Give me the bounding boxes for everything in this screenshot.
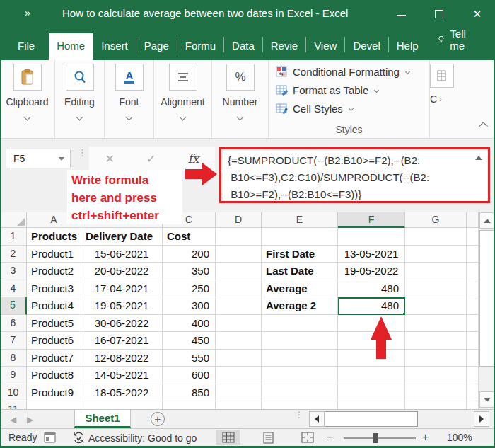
- number-group-button[interactable]: % Number: [212, 60, 269, 138]
- cell-B9[interactable]: 14-05-2021: [81, 367, 163, 384]
- cell-A5[interactable]: Product4: [27, 297, 81, 315]
- cell-B8[interactable]: 12-08-2022: [81, 350, 163, 367]
- format-as-table-button[interactable]: Format as Table: [276, 84, 429, 96]
- editing-group-button[interactable]: Editing: [55, 60, 105, 138]
- tab-help[interactable]: Help: [389, 33, 426, 60]
- vertical-scrollbar-thumb[interactable]: [479, 230, 495, 367]
- cell-G8[interactable]: [405, 350, 467, 367]
- cell-B7[interactable]: 16-07-2021: [81, 332, 163, 350]
- cell-G10[interactable]: [405, 384, 467, 402]
- tab-revie[interactable]: Revie: [263, 33, 305, 60]
- cell-A4[interactable]: Product3: [27, 280, 81, 298]
- collapse-ribbon-button[interactable]: [480, 120, 487, 132]
- vertical-scrollbar[interactable]: [479, 212, 495, 409]
- cell-G1[interactable]: [405, 228, 467, 246]
- cell-B2[interactable]: 15-06-2021: [81, 246, 163, 263]
- scroll-up-button[interactable]: [479, 212, 495, 229]
- select-all-corner[interactable]: [0, 212, 27, 228]
- cells-group-partial[interactable]: C›: [430, 60, 462, 138]
- scroll-down-button[interactable]: [479, 391, 495, 408]
- cell-F9[interactable]: [338, 367, 405, 384]
- cell-D5[interactable]: [216, 297, 262, 315]
- cell-C2[interactable]: 200: [163, 246, 216, 263]
- zoom-in-button[interactable]: +: [422, 431, 429, 444]
- share-button[interactable]: Share: [480, 39, 495, 60]
- cell-F10[interactable]: [338, 384, 405, 402]
- zoom-slider-thumb[interactable]: [373, 433, 378, 443]
- close-button[interactable]: ✕: [467, 8, 488, 21]
- cell-A8[interactable]: Product7: [27, 350, 81, 367]
- tab-insert[interactable]: Insert: [93, 33, 136, 60]
- cell-E1[interactable]: [262, 228, 338, 246]
- enter-icon[interactable]: ✓: [146, 152, 156, 166]
- cell-E7[interactable]: [262, 332, 338, 350]
- cell-F5[interactable]: 480: [338, 297, 405, 315]
- cell-C4[interactable]: 250: [163, 280, 216, 298]
- cell-A9[interactable]: Product8: [27, 367, 81, 384]
- tab-file[interactable]: File: [0, 33, 49, 60]
- normal-view-button[interactable]: [216, 430, 240, 445]
- cell-G6[interactable]: [405, 315, 467, 333]
- cell-D6[interactable]: [216, 315, 262, 333]
- col-header-partial[interactable]: [467, 212, 479, 228]
- cell-G5[interactable]: [405, 297, 467, 315]
- scroll-right-button[interactable]: [474, 411, 489, 427]
- cell-partial-3[interactable]: [467, 263, 479, 280]
- cell-partial-6[interactable]: [467, 315, 479, 333]
- zoom-out-button[interactable]: −: [327, 431, 333, 444]
- zoom-level[interactable]: 100%: [447, 432, 472, 443]
- cell-F2[interactable]: 13-05-2021: [338, 246, 405, 263]
- macro-record-icon[interactable]: [44, 432, 56, 445]
- cell-E5[interactable]: Average 2: [262, 297, 338, 315]
- cell-partial-4[interactable]: [467, 280, 479, 298]
- cell-A7[interactable]: Product6: [27, 332, 81, 350]
- cell-partial-7[interactable]: [467, 332, 479, 350]
- col-header-G[interactable]: G: [405, 212, 467, 228]
- font-group-button[interactable]: A Font: [105, 60, 154, 138]
- cell-C9[interactable]: 600: [163, 367, 216, 384]
- row-header-2[interactable]: 2: [0, 246, 27, 263]
- cell-C3[interactable]: 350: [163, 263, 216, 280]
- cell-A10[interactable]: Product9: [27, 384, 81, 402]
- scroll-left-button[interactable]: [309, 411, 325, 427]
- new-sheet-button[interactable]: +: [151, 412, 165, 426]
- cell-D10[interactable]: [216, 384, 262, 402]
- row-header-10[interactable]: 10: [0, 384, 27, 402]
- cell-A3[interactable]: Product2: [27, 263, 81, 280]
- cell-B6[interactable]: 30-06-2022: [81, 315, 163, 333]
- cell-B1[interactable]: Delivery Date: [81, 228, 163, 246]
- tab-data[interactable]: Data: [224, 33, 262, 60]
- cell-F1[interactable]: [338, 228, 405, 246]
- cell-G9[interactable]: [405, 367, 467, 384]
- cell-styles-button[interactable]: Cell Styles: [276, 103, 429, 115]
- cell-D8[interactable]: [216, 350, 262, 367]
- horizontal-scrollbar[interactable]: [309, 411, 489, 427]
- row-header-8[interactable]: 8: [0, 350, 27, 367]
- fill-handle[interactable]: [402, 312, 405, 315]
- collapse-formula-bar-icon[interactable]: [475, 156, 482, 160]
- tab-formu[interactable]: Formu: [177, 33, 223, 60]
- cell-partial-5[interactable]: [467, 297, 479, 315]
- quick-access-toolbar-icon[interactable]: »: [25, 7, 29, 18]
- cell-B3[interactable]: 20-05-2022: [81, 263, 163, 280]
- tab-view[interactable]: View: [306, 33, 344, 60]
- cell-G2[interactable]: [405, 246, 467, 263]
- cell-partial-9[interactable]: [467, 367, 479, 384]
- cell-B5[interactable]: 19-05-2021: [81, 297, 163, 315]
- cell-partial-1[interactable]: [467, 228, 479, 246]
- maximize-button[interactable]: [429, 8, 450, 21]
- sheet-nav-left-icon[interactable]: ◀: [10, 415, 16, 425]
- sheet-nav-right-icon[interactable]: ▶: [27, 415, 33, 425]
- cell-D4[interactable]: [216, 280, 262, 298]
- cell-E8[interactable]: [262, 350, 338, 367]
- clipboard-group-button[interactable]: Clipboard: [0, 60, 55, 138]
- cell-C8[interactable]: 550: [163, 350, 216, 367]
- cell-E2[interactable]: First Date: [262, 246, 338, 263]
- sheet-tab-sheet1[interactable]: Sheet1: [74, 410, 131, 428]
- cell-C6[interactable]: 400: [163, 315, 216, 333]
- cell-C10[interactable]: 850: [163, 384, 216, 402]
- cell-B10[interactable]: 18-05-2022: [81, 384, 163, 402]
- cancel-icon[interactable]: ✕: [105, 152, 115, 166]
- col-header-D[interactable]: D: [216, 212, 262, 228]
- cell-A2[interactable]: Product1: [27, 246, 81, 263]
